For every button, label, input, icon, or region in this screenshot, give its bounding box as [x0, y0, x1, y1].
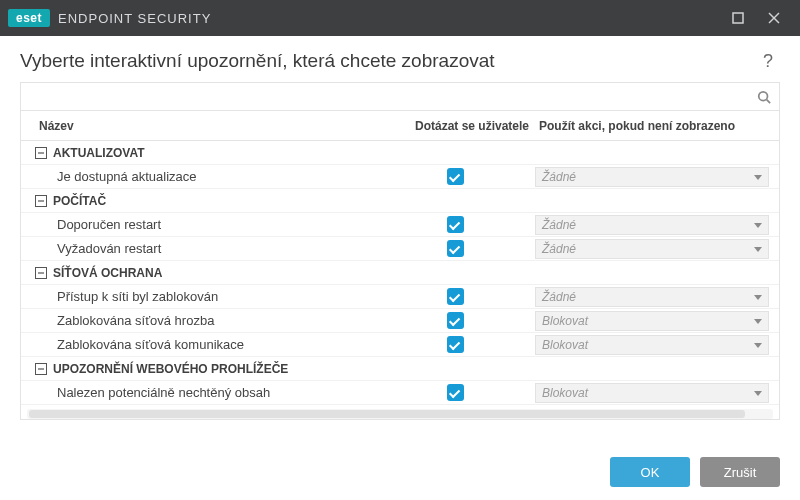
item-check-cell [415, 168, 535, 185]
group-row[interactable]: UPOZORNĚNÍ WEBOVÉHO PROHLÍŽEČE [21, 357, 779, 381]
item-action-cell: Žádné [535, 287, 779, 307]
ask-user-checkbox[interactable] [447, 384, 464, 401]
ask-user-checkbox[interactable] [447, 288, 464, 305]
searchbar [21, 83, 779, 111]
item-check-cell [415, 240, 535, 257]
search-input[interactable] [21, 83, 749, 110]
item-row: Zablokována síťová komunikaceBlokovat [21, 333, 779, 357]
help-icon[interactable]: ? [756, 51, 780, 72]
group-label: POČÍTAČ [53, 194, 106, 208]
item-action-cell: Blokovat [535, 335, 779, 355]
brand-text: ENDPOINT SECURITY [58, 11, 211, 26]
item-action-cell: Žádné [535, 215, 779, 235]
item-row: Přístup k síti byl zablokovánŽádné [21, 285, 779, 309]
group-row[interactable]: POČÍTAČ [21, 189, 779, 213]
cancel-button[interactable]: Zrušit [700, 457, 780, 487]
item-action-cell: Žádné [535, 239, 779, 259]
column-action: Použít akci, pokud není zobrazeno [535, 119, 779, 133]
table-header: Název Dotázat se uživatele Použít akci, … [21, 111, 779, 141]
close-button[interactable] [756, 0, 792, 36]
collapse-icon[interactable] [35, 363, 47, 375]
group-label: UPOZORNĚNÍ WEBOVÉHO PROHLÍŽEČE [53, 362, 288, 376]
search-button[interactable] [749, 83, 779, 110]
item-action-cell: Blokovat [535, 383, 779, 403]
item-check-cell [415, 312, 535, 329]
group-row[interactable]: AKTUALIZOVAT [21, 141, 779, 165]
collapse-icon[interactable] [35, 195, 47, 207]
minimize-icon [732, 12, 744, 24]
item-name: Přístup k síti byl zablokován [21, 289, 415, 304]
item-row: Vyžadován restartŽádné [21, 237, 779, 261]
action-select[interactable]: Žádné [535, 239, 769, 259]
ask-user-checkbox[interactable] [447, 216, 464, 233]
item-check-cell [415, 288, 535, 305]
column-name: Název [21, 119, 415, 133]
svg-point-3 [759, 91, 768, 100]
page-title: Vyberte interaktivní upozornění, která c… [20, 50, 756, 72]
action-select[interactable]: Žádné [535, 215, 769, 235]
footer: OK Zrušit [0, 444, 800, 500]
item-check-cell [415, 336, 535, 353]
close-icon [768, 12, 780, 24]
search-icon [757, 90, 771, 104]
ask-user-checkbox[interactable] [447, 240, 464, 257]
minimize-button[interactable] [720, 0, 756, 36]
item-name: Je dostupná aktualizace [21, 169, 415, 184]
group-row[interactable]: SÍŤOVÁ OCHRANA [21, 261, 779, 285]
titlebar: eset ENDPOINT SECURITY [0, 0, 800, 36]
item-name: Nalezen potenciálně nechtěný obsah [21, 385, 415, 400]
item-action-cell: Žádné [535, 167, 779, 187]
collapse-icon[interactable] [35, 147, 47, 159]
item-row: Zablokována síťová hrozbaBlokovat [21, 309, 779, 333]
group-label: AKTUALIZOVAT [53, 146, 145, 160]
ok-button[interactable]: OK [610, 457, 690, 487]
action-select[interactable]: Žádné [535, 167, 769, 187]
item-row: Je dostupná aktualizaceŽádné [21, 165, 779, 189]
action-select[interactable]: Žádné [535, 287, 769, 307]
item-name: Zablokována síťová komunikace [21, 337, 415, 352]
ask-user-checkbox[interactable] [447, 168, 464, 185]
collapse-icon[interactable] [35, 267, 47, 279]
svg-rect-0 [733, 13, 743, 23]
header-row: Vyberte interaktivní upozornění, která c… [0, 36, 800, 82]
brand-badge: eset [8, 9, 50, 27]
group-label: SÍŤOVÁ OCHRANA [53, 266, 162, 280]
item-check-cell [415, 384, 535, 401]
item-name: Doporučen restart [21, 217, 415, 232]
item-name: Zablokována síťová hrozba [21, 313, 415, 328]
svg-line-4 [767, 99, 771, 103]
ask-user-checkbox[interactable] [447, 336, 464, 353]
item-row: Doporučen restartŽádné [21, 213, 779, 237]
ask-user-checkbox[interactable] [447, 312, 464, 329]
tree-body[interactable]: AKTUALIZOVATJe dostupná aktualizaceŽádné… [21, 141, 779, 409]
main-panel: Název Dotázat se uživatele Použít akci, … [20, 82, 780, 420]
action-select[interactable]: Blokovat [535, 383, 769, 403]
item-action-cell: Blokovat [535, 311, 779, 331]
column-ask: Dotázat se uživatele [415, 119, 535, 133]
horizontal-scrollbar[interactable] [27, 409, 773, 419]
action-select[interactable]: Blokovat [535, 311, 769, 331]
item-name: Vyžadován restart [21, 241, 415, 256]
action-select[interactable]: Blokovat [535, 335, 769, 355]
item-row: Nalezen potenciálně nechtěný obsahBlokov… [21, 381, 779, 405]
item-check-cell [415, 216, 535, 233]
